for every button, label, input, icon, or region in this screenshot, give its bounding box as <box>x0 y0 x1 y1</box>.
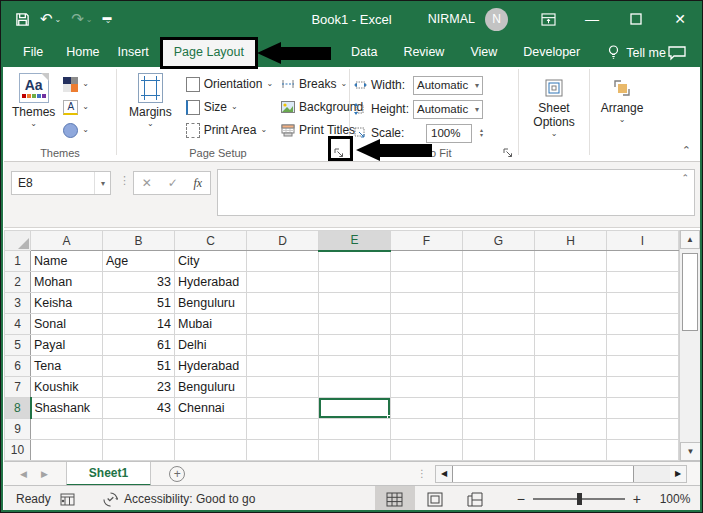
cell-F2[interactable] <box>391 272 463 293</box>
cell-G7[interactable] <box>463 377 535 398</box>
cell-E5[interactable] <box>319 335 391 356</box>
cell-A5[interactable]: Payal <box>31 335 103 356</box>
cell-H7[interactable] <box>535 377 607 398</box>
cell-A7[interactable]: Koushik <box>31 377 103 398</box>
cell-A6[interactable]: Tena <box>31 356 103 377</box>
chevron-down-icon[interactable]: ⌄ <box>55 15 62 24</box>
cell-H1[interactable] <box>535 251 607 272</box>
theme-effects-button[interactable]: ⌄ <box>63 120 89 140</box>
cell-B1[interactable]: Age <box>103 251 175 272</box>
zoom-out-button[interactable]: − <box>509 491 533 507</box>
cell-F7[interactable] <box>391 377 463 398</box>
page-layout-view-button[interactable] <box>415 486 455 512</box>
cell-D10[interactable] <box>247 440 319 461</box>
cell-B9[interactable] <box>103 419 175 440</box>
cell-F5[interactable] <box>391 335 463 356</box>
column-header-F[interactable]: F <box>391 231 463 251</box>
cell-B5[interactable]: 61 <box>103 335 175 356</box>
column-header-G[interactable]: G <box>463 231 535 251</box>
new-sheet-button[interactable]: + <box>169 466 185 482</box>
tab-developer[interactable]: Developer <box>514 39 589 67</box>
cell-C7[interactable]: Benguluru <box>175 377 247 398</box>
cell-G6[interactable] <box>463 356 535 377</box>
column-header-B[interactable]: B <box>103 231 175 251</box>
formula-bar-input[interactable]: ⌃ <box>217 169 695 216</box>
cell-C8[interactable]: Chennai <box>175 398 247 419</box>
name-box[interactable]: E8 ▾ <box>11 171 111 195</box>
cell-D1[interactable] <box>247 251 319 272</box>
zoom-in-button[interactable]: + <box>625 491 649 507</box>
scroll-left-button[interactable]: ◀ <box>436 466 452 482</box>
vertical-scrollbar-thumb[interactable] <box>682 253 698 331</box>
row-header-10[interactable]: 10 <box>5 440 31 461</box>
cell-C2[interactable]: Hyderabad <box>175 272 247 293</box>
save-icon[interactable] <box>15 12 30 27</box>
redo-button[interactable]: ↷⌄ <box>71 10 92 28</box>
cell-I4[interactable] <box>607 314 679 335</box>
cell-H5[interactable] <box>535 335 607 356</box>
cell-E2[interactable] <box>319 272 391 293</box>
cell-B3[interactable]: 51 <box>103 293 175 314</box>
cell-F10[interactable] <box>391 440 463 461</box>
row-header-5[interactable]: 5 <box>5 335 31 356</box>
cell-C3[interactable]: Benguluru <box>175 293 247 314</box>
cell-C4[interactable]: Mubai <box>175 314 247 335</box>
cell-G5[interactable] <box>463 335 535 356</box>
cell-H9[interactable] <box>535 419 607 440</box>
height-dropdown[interactable]: Automatic▾ <box>413 100 483 119</box>
cell-B4[interactable]: 14 <box>103 314 175 335</box>
cell-H4[interactable] <box>535 314 607 335</box>
row-header-7[interactable]: 7 <box>5 377 31 398</box>
column-header-E[interactable]: E <box>319 231 391 251</box>
cell-I5[interactable] <box>607 335 679 356</box>
cell-A4[interactable]: Sonal <box>31 314 103 335</box>
cell-I2[interactable] <box>607 272 679 293</box>
cell-I6[interactable] <box>607 356 679 377</box>
page-break-preview-button[interactable] <box>455 486 495 512</box>
print-area-button[interactable]: Print Area ⌄ <box>186 120 273 140</box>
cell-I3[interactable] <box>607 293 679 314</box>
cell-B6[interactable]: 51 <box>103 356 175 377</box>
feedback-comment-icon[interactable] <box>668 46 686 67</box>
scroll-up-button[interactable]: ▲ <box>680 230 700 249</box>
cell-D8[interactable] <box>247 398 319 419</box>
zoom-slider[interactable] <box>533 498 625 500</box>
tab-home[interactable]: Home <box>57 39 108 67</box>
cell-G9[interactable] <box>463 419 535 440</box>
zoom-level[interactable]: 100% <box>649 492 701 506</box>
column-header-I[interactable]: I <box>607 231 679 251</box>
horizontal-scrollbar-thumb[interactable] <box>452 466 634 482</box>
cell-H6[interactable] <box>535 356 607 377</box>
cell-A2[interactable]: Mohan <box>31 272 103 293</box>
scroll-down-button[interactable]: ▼ <box>680 442 701 461</box>
zoom-slider-thumb[interactable] <box>577 493 582 505</box>
cell-E8[interactable] <box>319 398 391 419</box>
avatar[interactable]: N <box>485 8 508 31</box>
cell-D7[interactable] <box>247 377 319 398</box>
cell-F3[interactable] <box>391 293 463 314</box>
normal-view-button[interactable] <box>375 486 415 512</box>
cell-I10[interactable] <box>607 440 679 461</box>
select-all-corner[interactable] <box>5 231 31 251</box>
enter-check-icon[interactable]: ✓ <box>168 176 178 190</box>
cell-C6[interactable]: Hyderabad <box>175 356 247 377</box>
cell-C9[interactable] <box>175 419 247 440</box>
row-header-8[interactable]: 8 <box>5 398 31 419</box>
cell-B2[interactable]: 33 <box>103 272 175 293</box>
row-header-9[interactable]: 9 <box>5 419 31 440</box>
tab-review[interactable]: Review <box>394 39 453 67</box>
horizontal-scrollbar[interactable]: ◀ ▶ <box>435 465 687 483</box>
cell-G1[interactable] <box>463 251 535 272</box>
macro-record-icon[interactable] <box>60 492 75 506</box>
sheet-tab-sheet1[interactable]: Sheet1 <box>66 462 151 486</box>
row-header-2[interactable]: 2 <box>5 272 31 293</box>
cell-A3[interactable]: Keisha <box>31 293 103 314</box>
cell-H8[interactable] <box>535 398 607 419</box>
cell-D2[interactable] <box>247 272 319 293</box>
cell-E4[interactable] <box>319 314 391 335</box>
cell-E9[interactable] <box>319 419 391 440</box>
cell-I9[interactable] <box>607 419 679 440</box>
cell-E7[interactable] <box>319 377 391 398</box>
cancel-icon[interactable]: ✕ <box>142 176 152 190</box>
cell-F6[interactable] <box>391 356 463 377</box>
